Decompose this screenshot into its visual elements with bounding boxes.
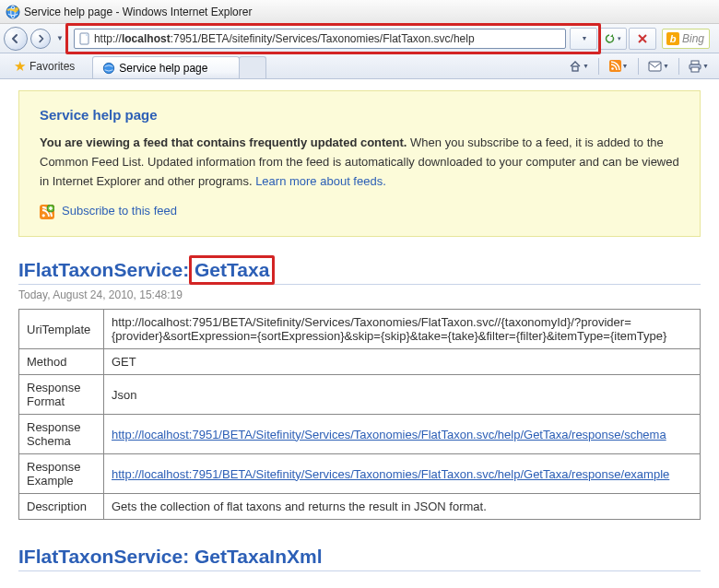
table-row: Response Format Json — [19, 375, 701, 415]
cell-key: Response Schema — [19, 415, 104, 454]
feeds-button[interactable]: ▼ — [604, 55, 633, 77]
command-bar: ▼ ▼ ▼ ▼ — [564, 55, 713, 77]
example-link[interactable]: http://localhost:7951/BETA/Sitefinity/Se… — [112, 467, 669, 481]
svg-rect-11 — [691, 67, 699, 72]
refresh-button[interactable]: ▾ — [599, 28, 627, 50]
service-method-wrap: GetTaxa — [194, 259, 269, 281]
url-path: :7951/BETA/sitefinity/Services/Taxonomie… — [171, 32, 475, 45]
address-side-controls: ▼ ▾ — [570, 28, 656, 50]
cell-key: Response Format — [19, 375, 104, 415]
cell-key: UriTemplate — [19, 310, 104, 349]
print-button[interactable]: ▼ — [684, 55, 713, 77]
url-host: localhost — [122, 32, 171, 45]
page-content: Service help page You are viewing a feed… — [0, 79, 719, 584]
timestamp: Today, August 24, 2010, 15:48:19 — [18, 288, 701, 301]
home-button[interactable]: ▼ — [564, 55, 594, 77]
cell-val: http://localhost:7951/BETA/Sitefinity/Se… — [104, 310, 701, 349]
search-box[interactable]: b Bing — [662, 29, 710, 49]
separator — [678, 58, 679, 75]
service-heading-gettaxainxml: IFlatTaxonService: GetTaxaInXml — [18, 546, 701, 571]
learn-more-link[interactable]: Learn more about feeds. — [255, 174, 386, 188]
url-scheme: http:// — [94, 32, 122, 45]
back-button[interactable] — [4, 27, 28, 51]
favorites-bar: ★ Favorites Service help page ▼ ▼ ▼ — [0, 53, 719, 79]
subscribe-icon — [40, 205, 54, 219]
cell-key: Description — [19, 494, 104, 520]
cell-key: Method — [19, 349, 104, 375]
subscribe-link[interactable]: Subscribe to this feed — [62, 202, 177, 221]
feed-heading: Service help page — [40, 104, 679, 126]
cell-val: http://localhost:7951/BETA/Sitefinity/Se… — [104, 454, 701, 494]
address-bar[interactable]: http://localhost:7951/BETA/sitefinity/Se… — [74, 29, 566, 49]
cell-val: Json — [104, 375, 701, 415]
forward-button[interactable] — [30, 29, 51, 49]
nav-arrows: ▼ — [4, 27, 66, 51]
svg-point-4 — [104, 63, 114, 73]
cell-key: Response Example — [19, 454, 104, 494]
service-heading-gettaxa: IFlatTaxonService: GetTaxa — [18, 259, 701, 285]
nav-history-dropdown[interactable]: ▼ — [56, 34, 64, 42]
favorites-label: Favorites — [29, 60, 75, 73]
cell-val: GET — [104, 349, 701, 375]
svg-rect-5 — [572, 66, 578, 71]
page-icon — [78, 32, 91, 45]
service-method: GetTaxaInXml — [194, 546, 323, 567]
tab-page-icon — [102, 62, 115, 75]
details-table: UriTemplate http://localhost:7951/BETA/S… — [18, 309, 701, 520]
favorites-button[interactable]: ★ Favorites — [6, 55, 83, 77]
feed-body: You are viewing a feed that contains fre… — [40, 134, 679, 191]
table-row: Method GET — [19, 349, 701, 375]
service-name: IFlatTaxonService — [18, 546, 183, 567]
bing-icon: b — [666, 32, 679, 45]
window-title-bar: Service help page - Windows Internet Exp… — [0, 0, 719, 24]
schema-link[interactable]: http://localhost:7951/BETA/Sitefinity/Se… — [112, 428, 666, 441]
stop-button[interactable] — [629, 28, 656, 50]
table-row: UriTemplate http://localhost:7951/BETA/S… — [19, 310, 701, 349]
svg-rect-9 — [691, 61, 699, 65]
svg-rect-8 — [649, 62, 661, 71]
table-row: Response Example http://localhost:7951/B… — [19, 454, 701, 494]
search-placeholder: Bing — [682, 32, 704, 45]
svg-point-7 — [611, 67, 614, 70]
address-text: http://localhost:7951/BETA/sitefinity/Se… — [94, 32, 561, 45]
tab-new[interactable] — [239, 56, 266, 78]
table-row: Description Gets the collection of flat … — [19, 494, 701, 520]
table-row: Response Schema http://localhost:7951/BE… — [19, 415, 701, 454]
service-method: GetTaxa — [194, 259, 269, 280]
cell-val: http://localhost:7951/BETA/Sitefinity/Se… — [104, 415, 701, 454]
service-name: IFlatTaxonService — [18, 259, 183, 280]
addr-dropdown-button[interactable]: ▼ — [570, 28, 597, 50]
nav-bar: ▼ http://localhost:7951/BETA/sitefinity/… — [0, 24, 719, 53]
tabs-area: Service help page — [92, 53, 564, 78]
address-bar-wrap: http://localhost:7951/BETA/sitefinity/Se… — [74, 28, 710, 50]
subscribe-row: Subscribe to this feed — [40, 202, 679, 221]
svg-point-13 — [42, 214, 45, 217]
ie-globe-icon — [6, 5, 20, 19]
separator — [598, 58, 599, 75]
cell-val: Gets the collection of flat taxons and r… — [104, 494, 701, 520]
feed-info-box: Service help page You are viewing a feed… — [18, 90, 701, 237]
separator — [638, 58, 639, 75]
window-title: Service help page - Windows Internet Exp… — [24, 6, 252, 18]
mail-button[interactable]: ▼ — [643, 55, 674, 77]
feed-lead: You are viewing a feed that contains fre… — [40, 135, 407, 149]
star-icon: ★ — [14, 58, 26, 75]
tab-current[interactable]: Service help page — [92, 56, 240, 78]
tab-title: Service help page — [119, 62, 207, 75]
